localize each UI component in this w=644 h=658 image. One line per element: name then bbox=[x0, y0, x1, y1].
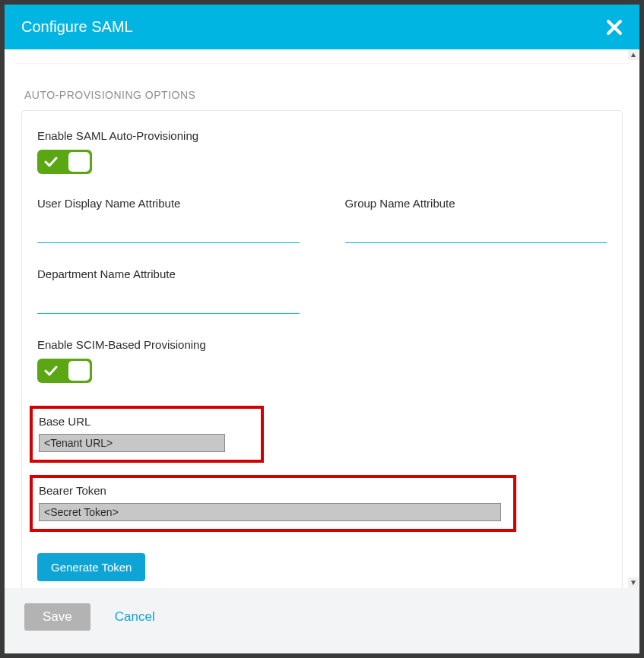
base-url-label: Base URL bbox=[39, 415, 255, 428]
cancel-link[interactable]: Cancel bbox=[115, 609, 155, 625]
user-display-name-input[interactable] bbox=[37, 217, 300, 243]
close-icon bbox=[606, 19, 623, 36]
bearer-token-label: Bearer Token bbox=[39, 484, 507, 497]
modal-body[interactable]: ▲ AUTO-PROVISIONING OPTIONS Enable SAML … bbox=[5, 49, 639, 588]
save-button[interactable]: Save bbox=[24, 603, 90, 631]
toggle-knob bbox=[68, 152, 90, 172]
previous-section-edge bbox=[14, 49, 630, 63]
configure-saml-modal: Configure SAML ▲ AUTO-PROVISIONING OPTIO… bbox=[5, 5, 639, 653]
department-name-label: Department Name Attribute bbox=[37, 267, 300, 280]
modal-header: Configure SAML bbox=[5, 5, 639, 49]
department-name-input[interactable] bbox=[37, 288, 300, 314]
group-name-input[interactable] bbox=[345, 217, 608, 243]
check-icon bbox=[40, 365, 58, 376]
check-icon bbox=[40, 157, 58, 167]
enable-scim-label: Enable SCIM-Based Provisioning bbox=[37, 338, 607, 351]
toggle-knob bbox=[68, 361, 90, 381]
scroll-down-icon[interactable]: ▼ bbox=[628, 577, 639, 588]
enable-saml-toggle[interactable] bbox=[37, 150, 92, 174]
modal-footer: Save Cancel bbox=[5, 588, 639, 653]
generate-token-button[interactable]: Generate Token bbox=[37, 553, 145, 581]
base-url-field[interactable] bbox=[39, 434, 225, 452]
section-heading: AUTO-PROVISIONING OPTIONS bbox=[5, 63, 639, 110]
base-url-highlight: Base URL bbox=[30, 406, 264, 463]
enable-saml-label: Enable SAML Auto-Provisioning bbox=[37, 129, 607, 142]
scroll-up-icon[interactable]: ▲ bbox=[628, 49, 639, 60]
close-button[interactable] bbox=[606, 19, 623, 36]
group-name-label: Group Name Attribute bbox=[345, 197, 608, 210]
modal-title: Configure SAML bbox=[21, 18, 133, 36]
autoprovisioning-card: Enable SAML Auto-Provisioning User Displ… bbox=[21, 110, 623, 588]
bearer-token-highlight: Bearer Token bbox=[30, 475, 516, 532]
user-display-name-label: User Display Name Attribute bbox=[37, 197, 300, 210]
bearer-token-field[interactable] bbox=[39, 503, 501, 521]
enable-scim-toggle[interactable] bbox=[37, 359, 92, 383]
